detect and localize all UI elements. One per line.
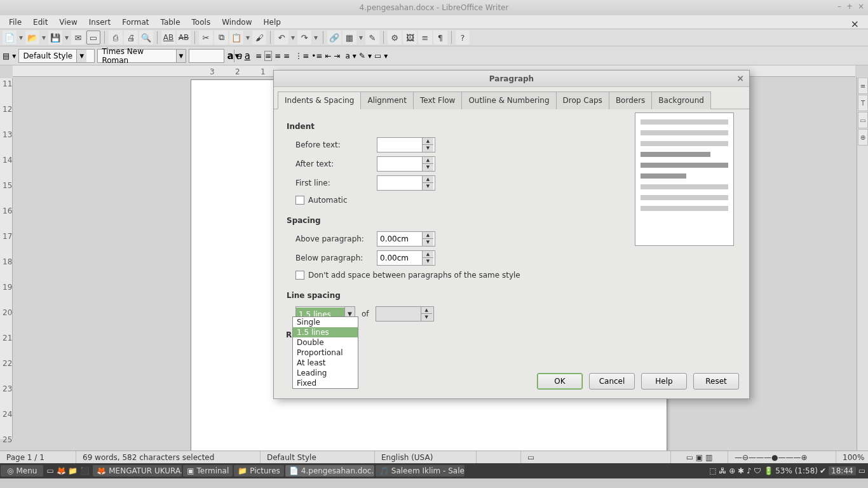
autospell-icon[interactable]: AB xyxy=(177,30,191,44)
frame-icon[interactable]: ▭ xyxy=(374,51,381,60)
tab-indents-spacing[interactable]: Indents & Spacing xyxy=(278,92,361,109)
font-name-combo[interactable]: Times New Roman ▼ xyxy=(97,49,186,63)
copy-icon[interactable]: ⧉ xyxy=(214,30,228,44)
help-button[interactable]: Help xyxy=(641,373,687,390)
task-4-active[interactable]: 📄 4.pengesahan.doc... xyxy=(285,465,374,477)
bold-icon[interactable]: a xyxy=(227,50,233,62)
spin-down-icon[interactable]: ▼ xyxy=(422,145,433,152)
close-document-icon[interactable]: × xyxy=(846,17,864,31)
ok-button[interactable]: OK xyxy=(537,373,583,390)
below-para-spinbox[interactable]: ▲▼ xyxy=(377,250,435,266)
font-color-icon[interactable]: a xyxy=(345,51,349,60)
new-doc-icon[interactable]: 📄 xyxy=(3,30,17,44)
menu-edit[interactable]: Edit xyxy=(28,17,53,28)
first-line-input[interactable] xyxy=(377,177,422,189)
align-right-icon[interactable]: ≡ xyxy=(275,51,281,60)
spin-up-icon[interactable]: ▲ xyxy=(422,157,433,164)
spellcheck-icon[interactable]: AB xyxy=(161,30,175,44)
status-page[interactable]: Page 1 / 1 xyxy=(0,451,76,463)
checkbox-icon[interactable] xyxy=(295,196,304,205)
close-icon[interactable]: × xyxy=(858,2,864,11)
option-fixed[interactable]: Fixed xyxy=(293,378,358,388)
task-3[interactable]: 📁 Pictures xyxy=(234,465,284,477)
spin-down-icon[interactable]: ▼ xyxy=(422,258,433,265)
no-space-checkbox[interactable]: Don't add space between paragraphs of th… xyxy=(295,271,736,280)
clock[interactable]: 18:44 xyxy=(829,466,856,475)
menu-table[interactable]: Table xyxy=(156,17,186,28)
font-size-combo[interactable]: ▼ xyxy=(189,49,224,63)
zoom-slider[interactable]: —⊖———●———⊕ xyxy=(728,451,836,463)
option-proportional[interactable]: Proportional xyxy=(293,348,358,358)
number-list-icon[interactable]: ⋮≡ xyxy=(295,51,309,60)
save-icon[interactable]: 💾 xyxy=(48,30,62,44)
before-text-input[interactable] xyxy=(377,139,422,151)
zoom-value[interactable]: 100% xyxy=(836,451,868,463)
first-line-spinbox[interactable]: ▲▼ xyxy=(377,175,435,191)
menu-help[interactable]: Help xyxy=(258,17,285,28)
task-1[interactable]: 🦊 MENGATUR UKURA... xyxy=(93,465,182,477)
menu-tools[interactable]: Tools xyxy=(187,17,216,28)
above-para-spinbox[interactable]: ▲▼ xyxy=(377,231,435,247)
paragraph-style-combo[interactable]: Default Style ▼ xyxy=(18,49,95,63)
table-icon[interactable]: ▦ xyxy=(342,30,356,44)
menu-window[interactable]: Window xyxy=(217,17,257,28)
after-text-input[interactable] xyxy=(377,158,422,170)
task-2[interactable]: ▣ Terminal xyxy=(183,465,233,477)
status-style[interactable]: Default Style xyxy=(261,451,375,463)
menu-format[interactable]: Format xyxy=(117,17,154,28)
menu-file[interactable]: File xyxy=(4,17,27,28)
minimize-icon[interactable]: – xyxy=(837,2,841,11)
option-at-least[interactable]: At least xyxy=(293,358,358,368)
status-insert[interactable] xyxy=(477,451,521,463)
spin-down-icon[interactable]: ▼ xyxy=(422,183,433,190)
align-justify-icon[interactable]: ≡ xyxy=(283,51,290,60)
maximize-icon[interactable]: + xyxy=(846,2,853,11)
open-icon[interactable]: 📂 xyxy=(25,30,39,44)
above-para-input[interactable] xyxy=(377,233,422,245)
tab-borders[interactable]: Borders xyxy=(609,92,652,109)
tab-alignment[interactable]: Alignment xyxy=(360,92,413,109)
status-sel[interactable]: ▭ xyxy=(521,451,671,463)
bullet-list-icon[interactable]: •≡ xyxy=(311,51,322,60)
undo-icon[interactable]: ↶ xyxy=(275,30,288,44)
tab-outline-numbering[interactable]: Outline & Numbering xyxy=(461,92,556,109)
highlight-icon[interactable]: ✎ xyxy=(359,51,365,60)
menu-insert[interactable]: Insert xyxy=(84,17,116,28)
underline-icon[interactable]: a xyxy=(245,50,250,62)
find-icon[interactable]: ⚙ xyxy=(388,30,402,44)
data-icon[interactable]: ≡ xyxy=(418,30,432,44)
sidebar-properties-icon[interactable]: ≡ xyxy=(858,78,868,94)
hyperlink-icon[interactable]: 🔗 xyxy=(327,30,341,44)
dialog-titlebar[interactable]: Paragraph × xyxy=(274,71,749,87)
paste-icon[interactable]: 📋 xyxy=(229,30,243,44)
option-double[interactable]: Double xyxy=(293,337,358,348)
clone-format-icon[interactable]: 🖌 xyxy=(252,30,266,44)
option-single[interactable]: Single xyxy=(293,317,358,327)
indent-icon[interactable]: ⇥ xyxy=(334,51,340,60)
spin-down-icon[interactable]: ▼ xyxy=(422,239,433,246)
dialog-close-icon[interactable]: × xyxy=(736,73,744,83)
print-icon[interactable]: 🖨 xyxy=(124,30,138,44)
line-spacing-dropdown[interactable]: Single 1.5 lines Double Proportional At … xyxy=(292,316,358,389)
start-menu[interactable]: ◎ Menu xyxy=(1,465,43,477)
edit-mode-icon[interactable]: ▭ xyxy=(86,30,100,44)
sidebar-styles-icon[interactable]: T xyxy=(858,95,868,111)
cancel-button[interactable]: Cancel xyxy=(589,373,635,390)
status-view-icons[interactable]: ▭ ▣ ▥ xyxy=(671,451,728,463)
outdent-icon[interactable]: ⇤ xyxy=(325,51,331,60)
image-icon[interactable]: 🖼 xyxy=(403,30,417,44)
align-center-icon[interactable]: ≡ xyxy=(264,51,272,61)
tab-text-flow[interactable]: Text Flow xyxy=(413,92,462,109)
system-tray[interactable]: ⬚ 🖧 ⊕ ✱ ♪ 🛡 🔋53% (1:58) ✔ xyxy=(707,466,829,475)
show-desktop-icon[interactable]: ▭ xyxy=(856,466,868,475)
status-words[interactable]: 69 words, 582 characters selected xyxy=(76,451,261,463)
spin-up-icon[interactable]: ▲ xyxy=(422,232,433,239)
export-pdf-icon[interactable]: ⎙ xyxy=(109,30,123,44)
redo-icon[interactable]: ↷ xyxy=(297,30,311,44)
after-text-spinbox[interactable]: ▲▼ xyxy=(377,156,435,172)
status-language[interactable]: English (USA) xyxy=(375,451,477,463)
before-text-spinbox[interactable]: ▲▼ xyxy=(377,137,435,152)
spin-up-icon[interactable]: ▲ xyxy=(422,176,433,183)
spin-up-icon[interactable]: ▲ xyxy=(422,251,433,258)
reset-button[interactable]: Reset xyxy=(693,373,739,390)
